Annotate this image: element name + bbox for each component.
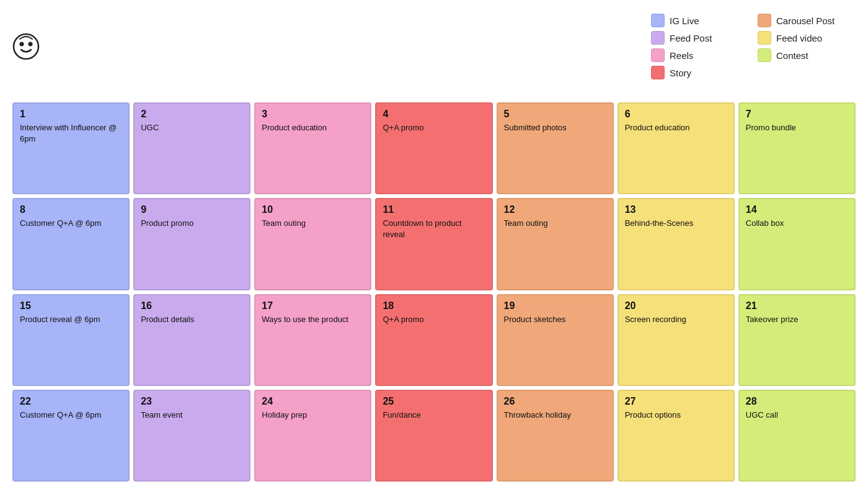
day-event: UGC bbox=[141, 122, 243, 133]
calendar-day-8: 8Customer Q+A @ 6pm bbox=[12, 198, 130, 290]
calendar-day-15: 15Product reveal @ 6pm bbox=[12, 294, 130, 386]
day-event: Q+A promo bbox=[383, 314, 485, 325]
legend-item-feed-post: Feed Post bbox=[651, 31, 743, 45]
day-number: 11 bbox=[383, 204, 485, 215]
calendar-day-20: 20Screen recording bbox=[618, 294, 735, 386]
day-number: 19 bbox=[504, 300, 606, 312]
calendar-day-26: 26Throwback holiday bbox=[497, 390, 614, 482]
calendar-day-24: 24Holiday prep bbox=[254, 390, 371, 482]
day-number: 18 bbox=[383, 300, 485, 312]
legend-color-contest bbox=[758, 48, 771, 62]
title-area bbox=[12, 31, 22, 89]
calendar-day-5: 5Submitted photos bbox=[497, 102, 614, 194]
day-number: 10 bbox=[262, 204, 364, 215]
legend-color-reels bbox=[651, 48, 665, 62]
day-number: 17 bbox=[262, 300, 364, 312]
day-number: 21 bbox=[746, 300, 848, 312]
day-number: 16 bbox=[141, 300, 243, 312]
calendar-day-27: 27Product options bbox=[618, 390, 735, 482]
day-event: Countdown to product reveal bbox=[383, 218, 485, 240]
day-event: Product details bbox=[141, 314, 243, 325]
day-event: UGC call bbox=[746, 410, 848, 421]
calendar-day-14: 14Collab box bbox=[738, 198, 856, 290]
day-number: 1 bbox=[20, 109, 122, 120]
calendar-day-21: 21Takeover prize bbox=[738, 294, 856, 386]
legend-label-reels: Reels bbox=[670, 50, 693, 61]
calendar-day-23: 23Team event bbox=[133, 390, 250, 482]
day-number: 3 bbox=[262, 109, 364, 120]
day-event: Collab box bbox=[746, 218, 848, 229]
legend-color-ig-live bbox=[651, 14, 665, 27]
day-number: 6 bbox=[625, 109, 727, 120]
day-number: 14 bbox=[746, 204, 848, 215]
calendar-day-12: 12Team outing bbox=[497, 198, 614, 290]
calendar-area: 1Interview with Influencer @ 6pm2UGC3Pro… bbox=[12, 102, 856, 482]
day-event: Ways to use the product bbox=[262, 314, 364, 325]
calendar-day-2: 2UGC bbox=[133, 102, 250, 194]
day-event: Product options bbox=[625, 410, 727, 421]
day-number: 23 bbox=[141, 396, 243, 407]
legend-color-feed-post bbox=[651, 31, 665, 45]
legend-label-story: Story bbox=[670, 68, 691, 78]
day-event: Team event bbox=[141, 410, 243, 421]
calendar-day-9: 9Product promo bbox=[133, 198, 250, 290]
day-event: Holiday prep bbox=[262, 410, 364, 421]
calendar-day-4: 4Q+A promo bbox=[375, 102, 492, 194]
calendar-day-19: 19Product sketches bbox=[497, 294, 614, 386]
day-number: 28 bbox=[746, 396, 848, 407]
day-event: Product sketches bbox=[504, 314, 606, 325]
day-event: Behind-the-Scenes bbox=[625, 218, 727, 229]
legend: IG Live Carousel Post Feed Post Feed vid… bbox=[651, 7, 849, 86]
legend-item-story: Story bbox=[651, 66, 743, 79]
svg-point-2 bbox=[29, 42, 33, 47]
day-event: Q+A promo bbox=[383, 122, 485, 133]
legend-label-ig-live: IG Live bbox=[670, 16, 699, 26]
header: IG Live Carousel Post Feed Post Feed vid… bbox=[0, 0, 868, 88]
day-number: 25 bbox=[383, 396, 485, 407]
day-number: 13 bbox=[625, 204, 727, 215]
calendar-day-6: 6Product education bbox=[618, 102, 735, 194]
legend-label-contest: Contest bbox=[776, 50, 808, 61]
legend-label-feed-post: Feed Post bbox=[670, 33, 712, 43]
day-number: 5 bbox=[504, 109, 606, 120]
legend-color-story bbox=[651, 66, 665, 79]
calendar-day-3: 3Product education bbox=[254, 102, 371, 194]
calendar-day-10: 10Team outing bbox=[254, 198, 371, 290]
day-number: 20 bbox=[625, 300, 727, 312]
day-number: 26 bbox=[504, 396, 606, 407]
day-event: Submitted photos bbox=[504, 122, 606, 133]
day-event: Product education bbox=[625, 122, 727, 133]
calendar-day-25: 25Fun/dance bbox=[375, 390, 492, 482]
day-number: 4 bbox=[383, 109, 485, 120]
calendar-day-18: 18Q+A promo bbox=[375, 294, 492, 386]
day-event: Takeover prize bbox=[746, 314, 848, 325]
calendar-day-1: 1Interview with Influencer @ 6pm bbox=[12, 102, 130, 194]
day-number: 8 bbox=[20, 204, 122, 215]
legend-label-carousel: Carousel Post bbox=[776, 16, 835, 26]
day-number: 27 bbox=[625, 396, 727, 407]
day-event: Screen recording bbox=[625, 314, 727, 325]
day-number: 12 bbox=[504, 204, 606, 215]
calendar-day-13: 13Behind-the-Scenes bbox=[618, 198, 735, 290]
calendar-day-22: 22Customer Q+A @ 6pm bbox=[12, 390, 130, 482]
day-event: Promo bundle bbox=[746, 122, 848, 133]
calendar-day-16: 16Product details bbox=[133, 294, 250, 386]
day-event: Fun/dance bbox=[383, 410, 485, 421]
day-number: 24 bbox=[262, 396, 364, 407]
day-number: 7 bbox=[746, 109, 848, 120]
calendar-day-7: 7Promo bundle bbox=[738, 102, 856, 194]
day-event: Interview with Influencer @ 6pm bbox=[20, 122, 122, 144]
legend-color-feed-video bbox=[758, 31, 771, 45]
day-event: Product education bbox=[262, 122, 364, 133]
legend-item-reels: Reels bbox=[651, 48, 743, 62]
day-number: 9 bbox=[141, 204, 243, 215]
day-number: 2 bbox=[141, 109, 243, 120]
legend-item-feed-video: Feed video bbox=[758, 31, 849, 45]
day-event: Product reveal @ 6pm bbox=[20, 314, 122, 325]
calendar-day-28: 28UGC call bbox=[738, 390, 856, 482]
legend-label-feed-video: Feed video bbox=[776, 33, 822, 43]
legend-item-carousel: Carousel Post bbox=[758, 14, 849, 27]
calendar-day-11: 11Countdown to product reveal bbox=[375, 198, 492, 290]
legend-item-ig-live: IG Live bbox=[651, 14, 743, 27]
calendar-day-17: 17Ways to use the product bbox=[254, 294, 371, 386]
